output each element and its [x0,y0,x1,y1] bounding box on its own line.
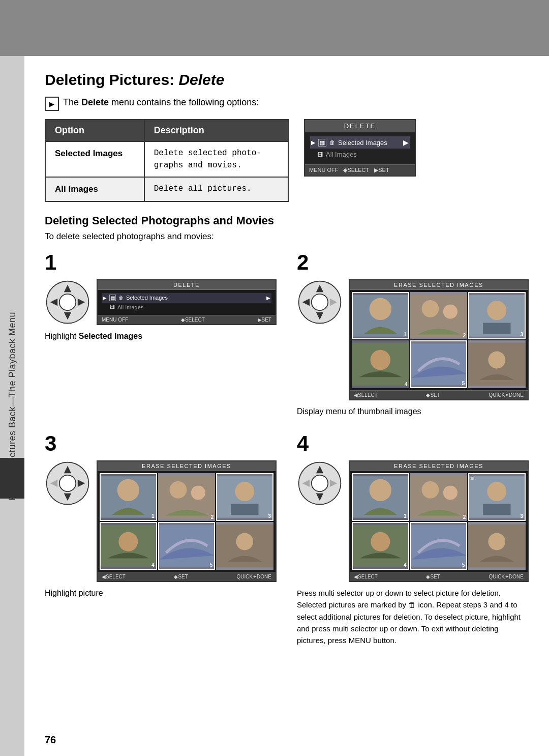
intro-row: ▶ The Delete menu contains the following… [45,96,529,111]
main-content: Deleting Pictures: Delete ▶ The Delete m… [24,56,549,666]
step-4-screen: ERASE SELECTED IMAGES 1 2 [349,460,529,582]
step-2-thumb-grid: 1 2 [351,291,527,390]
s4-thumb-1: 1 [352,473,409,521]
thumb-2: 2 [410,292,468,340]
s4-thumb-6 [468,522,526,570]
footer-1-sel: ◆SELECT [181,317,205,323]
all-images-sm: All Images [117,304,143,310]
svg-point-51 [370,479,391,501]
svg-point-59 [371,532,390,551]
sidebar: Playing Pictures Back—The Playback Menu [0,56,24,756]
svg-point-21 [371,350,390,370]
svg-point-7 [312,294,328,310]
svg-point-1 [59,294,76,310]
arrow-icon: ▶ [403,138,409,147]
dpad-1 [45,279,90,325]
film-icon: 🎞 [317,152,323,158]
step-1-menu-item-2: 🎞 All Images [102,303,271,312]
s4-thumb-3: 🗑 3 [468,473,526,521]
step-2-caption: Display menu of thumbnail images [297,405,529,418]
svg-point-35 [191,486,205,500]
section-heading: Deleting Selected Photographs and Movies [45,214,529,227]
table-row: All Images Delete all pictures. [45,177,288,201]
s4-thumb-3-num: 3 [520,513,523,519]
svg-point-24 [489,352,506,369]
grid-icon-sm: ▦ [109,295,116,301]
step-3-number: 3 [45,433,277,454]
footer-3-done: QUICK✦DONE [236,574,271,579]
s3-thumb-2-num: 2 [211,514,214,520]
step-1-menu-item-1: ▶ ▦ 🗑 Selected Images ▶ [102,293,271,303]
step-2-screen-title: ERASE SELECTED IMAGES [350,280,528,290]
dpad-4-svg [297,460,343,506]
s3-thumb-3-num: 3 [268,513,271,519]
step-4: 4 ERASE SELECTED IMAGES [297,433,529,646]
s3-thumb-3: 3 [216,473,273,521]
s4-thumb-2-num: 2 [463,514,466,520]
svg-rect-57 [483,504,510,515]
step-4-screen-title: ERASE SELECTED IMAGES [350,461,528,471]
dpad-2-svg [297,279,343,325]
step-3-thumb-grid: 1 2 3 4 [99,472,274,571]
playback-small-icon: ▶ [311,139,315,146]
steps-grid: 1 [45,252,529,647]
step-2-screen: ERASE SELECTED IMAGES 1 [349,279,529,401]
step-1-caption-bold: Selected Images [79,332,142,340]
thumb-3-img [469,293,525,339]
thumb-2-num: 2 [463,333,466,338]
thumb-3: 3 [468,292,526,340]
s3-thumb-6 [216,522,273,570]
s4-thumb-2: 2 [410,473,468,521]
footer-3-set: ◆SET [174,574,188,579]
step-3-screen-title: ERASE SELECTED IMAGES [98,461,276,471]
step-4-number: 4 [297,433,529,454]
svg-point-62 [489,533,506,550]
page-title: Deleting Pictures: Delete [45,71,529,89]
top-bar [0,0,549,56]
delete-menu-screenshot: DELETE ▶ ▦ 🗑 Selected Images ▶ 🎞 All Ima… [304,119,416,177]
step-1-screen-title: DELETE [98,280,276,290]
arrow-sm: ▶ [266,295,270,301]
thumb-4: 4 [352,340,409,388]
grid-icon: ▦ [318,139,326,147]
svg-point-32 [117,479,139,501]
step-2: 2 ERASE SELECTED IMAGES [297,252,529,418]
dpad-3 [45,460,90,506]
svg-point-18 [487,301,507,320]
title-italic: Delete [178,71,224,88]
options-table: Option Description Selected Images Delet… [45,119,289,202]
thumb-6 [468,340,526,388]
step-3-screen: ERASE SELECTED IMAGES 1 2 [97,460,277,582]
footer-menu-off: MENU OFF [309,167,338,173]
thumb-5: 5 [410,340,468,388]
thumb-1-num: 1 [404,332,407,337]
dpad-2 [297,279,343,325]
step-2-content: ERASE SELECTED IMAGES 1 [297,279,529,401]
s4-thumb-4-num: 4 [404,562,407,568]
step-4-screen-footer: ◀SELECT ◆SET QUICK✦DONE [350,572,528,581]
delete-menu-footer: MENU OFF ◆SELECT ▶SET [305,164,415,176]
svg-point-15 [421,300,439,317]
footer-4-sel: ◀SELECT [354,574,378,579]
selected-images-label: Selected Images [338,139,387,147]
thumb-1: 1 [352,292,409,340]
delete-menu-item-selected: ▶ ▦ 🗑 Selected Images ▶ [310,136,410,149]
s4-thumb-5-num: 5 [462,562,465,568]
sel-images-sm: Selected Images [126,295,168,301]
step-4-content: ERASE SELECTED IMAGES 1 2 [297,460,529,582]
svg-point-53 [421,481,439,499]
svg-point-26 [59,475,76,491]
table-screenshot-row: Option Description Selected Images Delet… [45,119,529,202]
thumb-4-img [352,340,409,388]
title-main: Deleting Pictures: [45,71,178,88]
svg-point-16 [443,304,457,318]
footer-4-set: ◆SET [426,574,440,579]
step-1-number: 1 [45,252,277,273]
step-4-caption: Press multi selector up or down to selec… [297,587,529,646]
section-subtitle: To delete selected photographs and movie… [45,231,529,242]
thumb-1-img [353,293,408,339]
s3-thumb-2: 2 [158,473,216,521]
step-1-screen-body: ▶ ▦ 🗑 Selected Images ▶ 🎞 All Images [98,290,276,315]
s3-thumb-5: 5 [158,522,216,570]
step-1-caption: Highlight Selected Images [45,330,277,342]
